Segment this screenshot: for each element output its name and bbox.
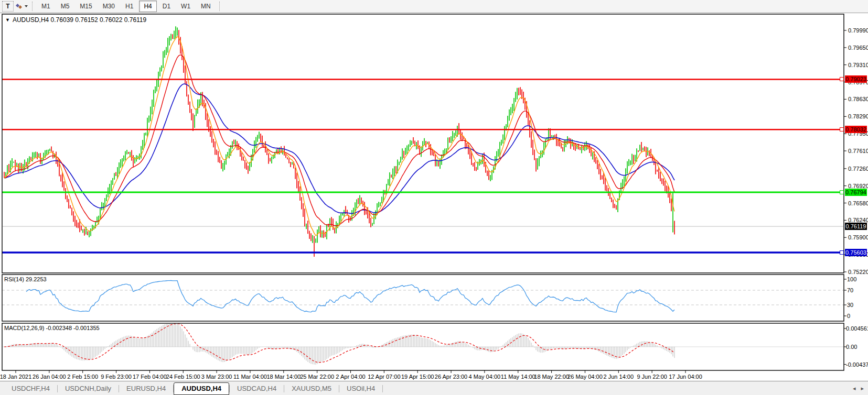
timeframe-button-h1[interactable]: H1 xyxy=(121,1,138,12)
chart-tab-bar: USDCHF,H4USDCNH,DailyEURUSD,H4AUDUSD,H4U… xyxy=(0,381,868,395)
timeframe-button-m30[interactable]: M30 xyxy=(98,1,120,12)
timeframe-button-d1[interactable]: D1 xyxy=(158,1,175,12)
timeframe-button-group: M1M5M15M30H1H4D1W1MN xyxy=(36,1,216,12)
scroll-left-icon[interactable]: ◂ xyxy=(853,385,856,392)
timeframe-button-mn[interactable]: MN xyxy=(196,1,216,12)
level-anchor-handle[interactable] xyxy=(840,190,844,194)
macd-histogram xyxy=(4,322,674,365)
level-anchor-handle[interactable] xyxy=(840,127,844,131)
text-tool-button[interactable]: T xyxy=(2,1,14,12)
macd-indicator-label: MACD(12,26,9) -0.002348 -0.001355 xyxy=(4,325,100,331)
chart-canvas[interactable] xyxy=(0,0,868,395)
chevron-down-icon xyxy=(25,5,28,7)
price-tick-label: 0.79310 xyxy=(848,62,868,68)
timeframe-button-h4[interactable]: H4 xyxy=(139,1,156,12)
chart-tab-usoil[interactable]: USOil,H4 xyxy=(339,383,382,394)
price-tick-label: 0.79990 xyxy=(848,27,868,34)
date-tick-label: 17 Jun 04:00 xyxy=(666,374,705,380)
price-tick-label: 0.75900 xyxy=(848,234,868,240)
macd-signal-line xyxy=(4,324,674,363)
price-tick-label: 0.79650 xyxy=(848,45,868,51)
price-tick-label: 0.76920 xyxy=(848,183,868,189)
collapse-icon[interactable]: ▼ xyxy=(5,17,10,23)
level-anchor-handle[interactable] xyxy=(840,77,844,81)
price-tick-label: 0.78290 xyxy=(848,113,868,119)
chart-tab-usdcnh[interactable]: USDCNH,Daily xyxy=(58,383,119,394)
chart-header: ▼ AUDUSD,H4 0.76039 0.76152 0.76022 0.76… xyxy=(5,16,146,24)
timeframe-button-w1[interactable]: W1 xyxy=(176,1,195,12)
rsi-tick-label: 100 xyxy=(847,276,856,282)
scroll-right-icon[interactable]: ▸ xyxy=(861,385,864,392)
chart-tab-usdchf[interactable]: USDCHF,H4 xyxy=(4,383,57,394)
level-price-flag: 0.78032 xyxy=(845,126,867,133)
macd-tick-label: 0.00 xyxy=(846,344,857,350)
toolbar: T M1M5M15M30H1H4D1W1MN xyxy=(0,0,868,13)
tab-scroll-buttons: ◂ ▸ xyxy=(853,385,864,392)
timeframe-button-m5[interactable]: M5 xyxy=(56,1,74,12)
price-tick-label: 0.77610 xyxy=(848,148,868,154)
toolbar-separator xyxy=(32,2,33,11)
chart-tab-xauusd[interactable]: XAUUSD,M5 xyxy=(284,383,339,394)
level-price-flag: 0.76794 xyxy=(845,189,867,196)
level-price-flag: 0.75603 xyxy=(845,249,867,256)
timeframe-button-m1[interactable]: M1 xyxy=(37,1,55,12)
price-tick-label: 0.76580 xyxy=(848,200,868,206)
chart-tab-eurusd[interactable]: EURUSD,H4 xyxy=(119,383,173,394)
symbol-ohlc-readout: AUDUSD,H4 0.76039 0.76152 0.76022 0.7611… xyxy=(13,16,146,24)
price-tick-label: 0.78630 xyxy=(848,96,868,102)
trading-terminal: T M1M5M15M30H1H4D1W1MN ▼ AUDUSD,H4 0.760… xyxy=(0,0,868,395)
tab-separator xyxy=(382,385,383,392)
diamond-arrows-icon xyxy=(15,3,23,9)
rsi-tick-label: 0 xyxy=(847,313,850,319)
rsi-line xyxy=(26,281,674,312)
price-tick-label: 0.75220 xyxy=(848,269,868,275)
toolbar-separator xyxy=(219,2,220,11)
current-price-flag: 0.76119 xyxy=(845,223,867,230)
rsi-tick-label: 30 xyxy=(847,302,853,308)
chart-tab-usdcad[interactable]: USDCAD,H4 xyxy=(230,383,284,394)
rsi-tick-label: 70 xyxy=(847,287,853,293)
macd-tick-label: 0.004561 xyxy=(846,325,868,332)
level-anchor-handle[interactable] xyxy=(840,250,844,255)
chart-tab-audusd[interactable]: AUDUSD,H4 xyxy=(174,382,229,395)
tabs: USDCHF,H4USDCNH,DailyEURUSD,H4AUDUSD,H4U… xyxy=(4,382,383,395)
price-tick-label: 0.77260 xyxy=(848,166,868,172)
timeframe-button-m15[interactable]: M15 xyxy=(75,1,97,12)
level-price-flag: 0.79023 xyxy=(845,75,867,83)
arrange-dropdown-button[interactable] xyxy=(15,1,28,12)
rsi-indicator-label: RSI(14) 29.2253 xyxy=(4,276,47,282)
macd-tick-label: -0.004372 xyxy=(846,361,868,368)
